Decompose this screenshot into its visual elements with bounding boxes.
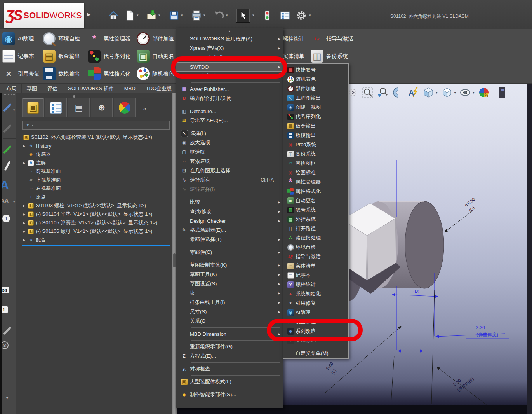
- menu-item[interactable]: ◆ 制作智能零部件(S)... ▶: [176, 390, 283, 399]
- command-tab[interactable]: 草图: [22, 84, 42, 93]
- menu-item[interactable]: ▢ 框选取 ▶: [176, 147, 283, 157]
- ribbon-button[interactable]: ◉ AI助理: [2, 32, 43, 45]
- menu-item[interactable]: 查找/修改 ▶: [176, 207, 283, 216]
- tab-feature-manager[interactable]: ▣: [22, 98, 44, 117]
- menu-item[interactable]: ✎ 格式涂刷器(E)... ▶: [176, 225, 283, 235]
- submenu-item[interactable]: 自定义菜单(M): [283, 349, 348, 358]
- submenu-item[interactable]: Ly 指导与激活: [283, 252, 348, 261]
- tree-item[interactable]: ▶ ▱ 右视基准面: [22, 184, 171, 193]
- submenu-item[interactable]: * 属性管理器: [283, 177, 348, 187]
- display-style-caret-icon[interactable]: ▾: [454, 91, 456, 94]
- tab-configuration-manager[interactable]: ▤: [68, 98, 90, 117]
- menu-item[interactable]: 尺寸(S) ▶: [176, 307, 283, 316]
- datum-tag-icon[interactable]: D3: [0, 287, 9, 293]
- task-pane-icon[interactable]: [279, 9, 291, 22]
- submenu-item[interactable]: ◫ 备份系统: [283, 149, 348, 159]
- submenu-item[interactable]: ▥ 取号系统: [283, 205, 348, 215]
- command-tab[interactable]: MBD: [119, 84, 141, 93]
- menu-item[interactable]: 块 ▶: [176, 288, 283, 298]
- dim-thickness-note[interactable]: (弹垫厚度): [476, 332, 498, 337]
- ribbon-button[interactable]: * 属性管理器: [88, 32, 137, 45]
- tree-item[interactable]: ▶ ◉ 传感器: [22, 150, 171, 159]
- submenu-item[interactable]: ◺ 工程图输出: [283, 93, 348, 103]
- submenu-item[interactable]: ≡ 实体清单: [283, 261, 348, 271]
- toolbar-caret-icon[interactable]: ▾: [13, 108, 15, 112]
- command-tab[interactable]: 评估: [42, 84, 63, 93]
- tree-item[interactable]: ▶ ▱ 前视基准面: [22, 167, 171, 176]
- open-caret-icon[interactable]: ▾: [158, 13, 160, 17]
- save-icon[interactable]: [168, 9, 180, 22]
- panel-splitter-dot[interactable]: [73, 95, 75, 98]
- menu-item[interactable]: SOLIDWORKS 应用程序(A) ▶: [176, 34, 283, 44]
- dim-phi-note[interactable]: (D): [468, 206, 476, 213]
- section-view-icon[interactable]: [392, 87, 404, 98]
- menu-item[interactable]: ◉ 放大选项 ▶: [176, 138, 283, 147]
- text-tool-icon[interactable]: A: [0, 178, 9, 192]
- menu-item[interactable]: 重新组织零部件(G)... ▶: [176, 342, 283, 351]
- gear-caret-icon[interactable]: ▾: [309, 13, 311, 17]
- submenu-item[interactable]: ∴ 路径批处理: [283, 233, 348, 243]
- expand-arrow-icon[interactable]: ▶: [22, 238, 26, 242]
- menu-item[interactable]: ↖ 选择(L) ▶: [176, 129, 283, 138]
- ribbon-button[interactable]: ◫ 备份系统: [311, 50, 357, 63]
- menu-item[interactable]: Xpress 产品(X) ▶: [176, 44, 283, 53]
- menu-item[interactable]: TDO企业版 ▶: [176, 72, 283, 81]
- rollback-bar[interactable]: [22, 245, 170, 246]
- ribbon-button[interactable]: × 引用修复: [2, 67, 43, 80]
- submenu-item[interactable]: ▲ 系统初始化: [283, 289, 348, 299]
- pen-icon[interactable]: [0, 159, 16, 173]
- menu-item[interactable]: 草图绘制实体(K) ▶: [176, 260, 283, 270]
- submenu-item[interactable]: 部件加速: [283, 84, 348, 93]
- logo-flyout-arrow-icon[interactable]: ▶: [87, 12, 90, 17]
- select-arrow-icon[interactable]: [236, 9, 250, 23]
- clipped-toolbar-icon[interactable]: [493, 87, 505, 98]
- ribbon-button[interactable]: 属性格式化: [88, 67, 137, 80]
- submenu-item[interactable]: ▦ 外挂系统: [283, 215, 348, 224]
- menu-item[interactable]: ▣ 大型装配体模式(L) ▶: [176, 377, 283, 386]
- ribbon-button[interactable]: 随机着色: [137, 67, 180, 80]
- submenu-item[interactable]: 代号序列化: [283, 112, 348, 121]
- print-icon[interactable]: [190, 9, 203, 22]
- menu-item[interactable]: 关系(O ▶: [176, 316, 283, 326]
- tree-filter-input[interactable]: ▼ ▾: [22, 121, 170, 130]
- menu-item[interactable]: ◧ Defeature... ▶: [176, 107, 283, 116]
- ribbon-button[interactable]: 环境自检: [43, 32, 88, 45]
- tree-item[interactable]: ▶ ⊥ 原点: [22, 193, 171, 201]
- toolbar-drag-handle[interactable]: [4, 94, 16, 95]
- ribbon-button[interactable]: 代号序列化: [88, 50, 137, 63]
- expand-arrow-icon[interactable]: ▶: [22, 161, 26, 165]
- annotation-visibility-icon[interactable]: A: [407, 87, 419, 98]
- tree-item[interactable]: ▶ ◧ (-) S01106 螺母_V1<1> (默认<<默认>_显示状态 1>…: [22, 227, 171, 236]
- balloon-icon[interactable]: 1: [2, 215, 10, 222]
- undo-caret-icon[interactable]: ▾: [226, 13, 228, 17]
- hide-show-caret-icon[interactable]: ▾: [473, 91, 475, 94]
- pencil-icon[interactable]: [0, 142, 16, 156]
- submenu-item[interactable]: × 引用修复: [283, 299, 348, 308]
- tree-item[interactable]: ▶ ◧ (-) S01105 弹簧垫_V1<1> (默认<<默认>_显示状态 1…: [22, 218, 171, 227]
- save-caret-icon[interactable]: ▾: [181, 13, 183, 17]
- toolbar-caret-icon[interactable]: ▾: [13, 200, 15, 204]
- view-orientation-icon[interactable]: [422, 87, 434, 98]
- submenu-item[interactable]: ▦ 快捷取号: [283, 65, 348, 75]
- menu-item[interactable]: ↘ 逆转选择(I) ▶: [176, 185, 283, 194]
- home-icon[interactable]: [107, 9, 120, 22]
- submenu-item[interactable]: ▤ 钣金输出: [283, 121, 348, 131]
- menu-scroll-up[interactable]: ▲: [176, 28, 283, 34]
- open-icon[interactable]: [145, 9, 158, 22]
- submenu-item[interactable]: ◎ 绘图标准: [283, 168, 348, 177]
- menu-item[interactable]: ○ 套索选取 ▶: [176, 157, 283, 166]
- traffic-light-icon[interactable]: [261, 9, 273, 22]
- command-tab[interactable]: 布局: [1, 84, 22, 93]
- menu-item[interactable]: 零部件选择(T) ▶: [176, 235, 283, 244]
- slash-tool-icon[interactable]: [0, 323, 16, 337]
- expand-arrow-icon[interactable]: ▶: [22, 230, 26, 233]
- tree-item[interactable]: ▶ ◧ (-) S01104 平垫_V1<1> (默认<<默认>_显示状态 1>…: [22, 210, 171, 218]
- submenu-item[interactable]: ? 螺栓统计: [283, 280, 348, 289]
- new-document-icon[interactable]: [123, 9, 136, 22]
- menu-item[interactable]: SWTDO ▶: [176, 62, 283, 72]
- tab-display-manager[interactable]: [114, 98, 136, 117]
- tree-item[interactable]: ▶ ▱ 上视基准面: [22, 176, 171, 184]
- submenu-item[interactable]: 随机着色: [283, 75, 348, 84]
- dim-thickness-value[interactable]: 2.20: [476, 325, 485, 330]
- dim-l-note[interactable]: (L): [330, 368, 337, 375]
